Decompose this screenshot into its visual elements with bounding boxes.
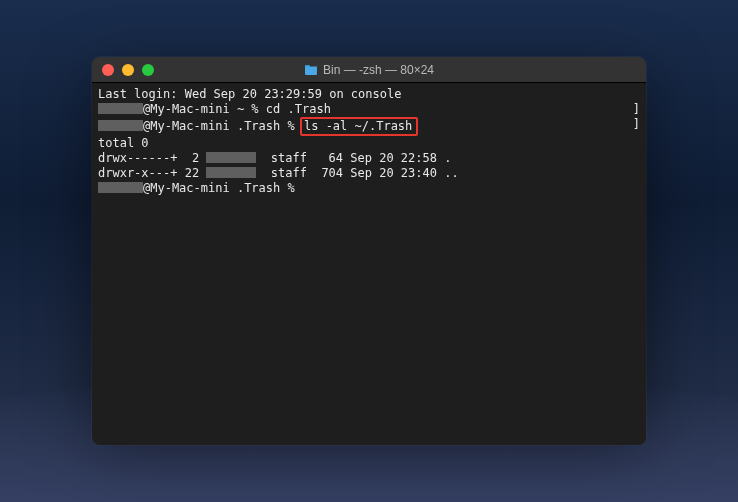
window-title: Bin — -zsh — 80×24 [304, 63, 434, 77]
redacted-user [206, 152, 256, 163]
output-row-1: drwx------+ 2 staff 64 Sep 20 22:58 . [98, 151, 640, 166]
redacted-user [206, 167, 256, 178]
prompt-line-1: @My-Mac-mini ~ % cd .Trash] [98, 102, 640, 117]
terminal-window: Bin — -zsh — 80×24 Last login: Wed Sep 2… [92, 57, 646, 445]
maximize-button[interactable] [142, 64, 154, 76]
output-total: total 0 [98, 136, 640, 151]
redacted-user [98, 182, 143, 193]
window-titlebar[interactable]: Bin — -zsh — 80×24 [92, 57, 646, 83]
last-login-line: Last login: Wed Sep 20 23:29:59 on conso… [98, 87, 640, 102]
output-row-2: drwxr-x---+ 22 staff 704 Sep 20 23:40 .. [98, 166, 640, 181]
redacted-user [98, 120, 143, 131]
prompt-line-2: @My-Mac-mini .Trash % ls -al ~/.Trash] [98, 117, 640, 136]
window-title-text: Bin — -zsh — 80×24 [323, 63, 434, 77]
prompt-line-3: @My-Mac-mini .Trash % [98, 181, 640, 196]
highlighted-command: ls -al ~/.Trash [300, 117, 418, 136]
command-cd: cd .Trash [266, 102, 331, 116]
folder-icon [304, 64, 318, 75]
terminal-body[interactable]: Last login: Wed Sep 20 23:29:59 on conso… [92, 83, 646, 445]
traffic-lights [102, 64, 154, 76]
command-ls: ls -al ~/.Trash [304, 119, 412, 133]
close-button[interactable] [102, 64, 114, 76]
redacted-user [98, 103, 143, 114]
minimize-button[interactable] [122, 64, 134, 76]
